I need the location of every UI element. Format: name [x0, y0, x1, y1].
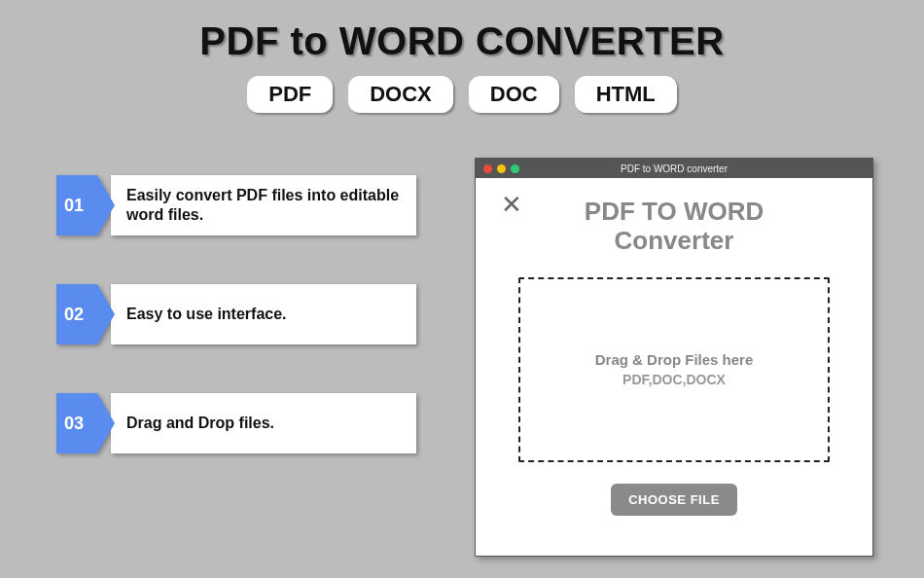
window-titlebar: PDF to WORD converter — [476, 159, 872, 178]
feature-number-badge: 03 — [56, 393, 115, 453]
app-window: PDF to WORD converter ✕ PDF TO WORD Conv… — [475, 158, 873, 557]
feature-text: Easy to use interface. — [111, 284, 416, 344]
feature-item: 02 Easy to use interface. — [56, 284, 416, 344]
feature-text: Drag and Drop files. — [111, 393, 416, 453]
format-pill-pdf: PDF — [247, 76, 333, 113]
page-title: PDF to WORD CONVERTER — [0, 19, 924, 63]
window-heading: PDF TO WORD Converter — [501, 198, 847, 256]
choose-file-button[interactable]: CHOOSE FILE — [611, 484, 737, 516]
format-pill-docx: DOCX — [348, 76, 453, 113]
window-heading-line2: Converter — [615, 226, 734, 255]
format-row: PDF DOCX DOC HTML — [0, 76, 924, 113]
drop-zone-label: Drag & Drop Files here — [595, 351, 754, 368]
window-body: ✕ PDF TO WORD Converter Drag & Drop File… — [476, 178, 872, 535]
close-icon[interactable]: ✕ — [501, 192, 522, 217]
window-heading-line1: PDF TO WORD — [585, 197, 764, 226]
feature-number-badge: 02 — [56, 284, 115, 344]
format-pill-html: HTML — [575, 76, 677, 113]
feature-item: 03 Drag and Drop files. — [56, 393, 416, 453]
drop-zone-formats: PDF,DOC,DOCX — [622, 372, 726, 387]
window-title: PDF to WORD converter — [476, 163, 872, 174]
feature-item: 01 Easily convert PDF files into editabl… — [56, 175, 416, 235]
feature-number-badge: 01 — [56, 175, 115, 235]
feature-list: 01 Easily convert PDF files into editabl… — [56, 175, 416, 502]
drop-zone[interactable]: Drag & Drop Files here PDF,DOC,DOCX — [518, 277, 830, 462]
format-pill-doc: DOC — [469, 76, 559, 113]
feature-text: Easily convert PDF files into editable w… — [111, 175, 416, 235]
